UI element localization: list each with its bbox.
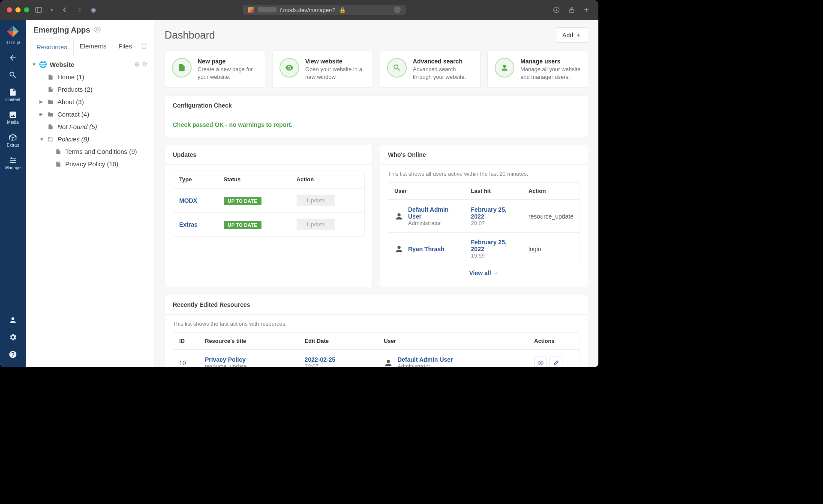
reader-icon[interactable]: ⋯: [394, 6, 401, 13]
tab-resources[interactable]: Resources: [30, 39, 74, 55]
edit-icon[interactable]: [550, 357, 562, 367]
plus-icon: ＋: [576, 31, 582, 39]
tree-node[interactable]: ▶About (3): [27, 96, 152, 108]
browser-chrome: ▾ ◉ f.modx.dev/manager/? 🔒 ⋯ +: [0, 0, 598, 20]
quick-card[interactable]: Advanced searchAdvanced search through y…: [380, 51, 481, 88]
caret-down-icon[interactable]: ▼: [32, 62, 36, 67]
tree-node[interactable]: Products (2): [27, 83, 152, 96]
minimize-window-button[interactable]: [15, 7, 21, 12]
search-icon: [387, 58, 407, 78]
recent-user-role: Administrator: [397, 363, 453, 367]
add-button[interactable]: Add＋: [556, 27, 588, 43]
rail-media[interactable]: Media: [0, 106, 26, 129]
update-button[interactable]: Update: [297, 195, 335, 206]
close-window-button[interactable]: [7, 7, 12, 12]
back-icon[interactable]: [59, 5, 70, 15]
update-type-link[interactable]: MODX: [179, 197, 197, 204]
tab-files[interactable]: Files: [112, 38, 138, 55]
doc-icon: [55, 149, 62, 155]
tree-root[interactable]: ▼ 🌐 Website ⊕⟳: [27, 58, 152, 71]
add-icon[interactable]: ⊕: [134, 60, 140, 68]
quick-cards: New pageCreate a new page for your websi…: [165, 51, 588, 88]
tree-node[interactable]: ▼Policies (8): [27, 133, 152, 145]
shield-icon[interactable]: ◉: [88, 5, 99, 15]
svg-marker-6: [13, 31, 19, 37]
refresh-icon[interactable]: ⟳: [142, 60, 148, 68]
maximize-window-button[interactable]: [24, 7, 29, 12]
recent-user-link[interactable]: Default Admin User: [397, 356, 453, 363]
last-hit-date: February 25, 2022: [471, 206, 517, 220]
sidebar-toggle-icon[interactable]: [33, 5, 45, 15]
rail-manage[interactable]: Manage: [0, 152, 26, 174]
tree-node[interactable]: Privacy Policy (10): [27, 158, 152, 170]
view-all-link[interactable]: View all →: [388, 265, 580, 278]
online-col-user: User: [388, 183, 465, 200]
quick-card[interactable]: View websiteOpen your website in a new w…: [272, 51, 373, 88]
tree-node[interactable]: Home (1): [27, 71, 152, 83]
new-tab-icon[interactable]: +: [581, 3, 592, 17]
recent-col-user: User: [378, 333, 528, 350]
user-icon: [495, 58, 514, 78]
folder-icon: [47, 99, 54, 105]
eye-icon[interactable]: [93, 26, 101, 35]
resource-title-link[interactable]: Privacy Policy: [205, 356, 246, 363]
rail-user[interactable]: [0, 312, 26, 329]
rail-search[interactable]: [0, 66, 26, 84]
caret-icon[interactable]: ▼: [39, 137, 44, 142]
update-button[interactable]: Update: [297, 219, 335, 230]
chevron-down-icon[interactable]: ▾: [48, 6, 56, 15]
card-desc: Advanced search through your website.: [413, 66, 473, 81]
caret-icon[interactable]: ▶: [39, 111, 44, 117]
site-title: Emerging Apps: [33, 26, 90, 35]
svg-point-10: [14, 159, 15, 161]
tree-node[interactable]: Not Found (5): [27, 120, 152, 133]
quick-card[interactable]: Manage usersManage all your website and …: [487, 51, 588, 88]
file-icon: [172, 58, 192, 78]
edit-time: 20:07: [305, 363, 372, 367]
folder-icon: [47, 111, 54, 117]
view-icon[interactable]: [534, 357, 547, 367]
online-action: login: [523, 232, 580, 265]
rail-settings[interactable]: [0, 329, 26, 346]
quick-card[interactable]: New pageCreate a new page for your websi…: [165, 51, 265, 88]
user-name-link[interactable]: Ryan Thrash: [408, 246, 445, 252]
whos-online-panel: Who's Online This list shows all users a…: [380, 145, 588, 287]
download-icon[interactable]: [550, 5, 562, 15]
card-desc: Create a new page for your website.: [198, 66, 258, 81]
svg-rect-0: [36, 7, 42, 12]
eye-icon: [279, 58, 299, 78]
modx-logo[interactable]: [6, 24, 20, 39]
recent-id: 10: [173, 350, 199, 367]
updates-col-action: Action: [291, 171, 364, 188]
tree-node-label: Contact (4): [57, 111, 89, 118]
whos-online-title: Who's Online: [380, 145, 588, 165]
forward-icon[interactable]: [74, 5, 85, 15]
updates-col-type: Type: [173, 171, 218, 188]
tree-root-label: Website: [50, 61, 74, 68]
caret-icon[interactable]: ▶: [39, 99, 44, 105]
trash-icon[interactable]: [138, 40, 150, 53]
tree-node[interactable]: Terms and Conditions (9): [27, 145, 152, 158]
rail-back[interactable]: [0, 49, 26, 66]
card-desc: Manage all your website and manager user…: [520, 66, 581, 81]
online-col-lasthit: Last hit: [465, 183, 523, 200]
rail-content[interactable]: Content: [0, 84, 26, 106]
folder-open-icon: [47, 136, 54, 142]
edit-date: 2022-02-25: [305, 356, 372, 363]
card-title: Manage users: [520, 58, 581, 65]
add-button-label: Add: [562, 32, 573, 39]
tree-tabs: Resources Elements Files: [26, 38, 154, 55]
tree-node-label: Not Found (5): [57, 123, 97, 130]
user-name-link[interactable]: Default Admin User: [408, 206, 459, 220]
share-icon[interactable]: [566, 5, 578, 15]
rail-extras[interactable]: Extras: [0, 129, 26, 152]
svg-point-12: [96, 29, 99, 31]
resource-tree: ▼ 🌐 Website ⊕⟳ Home (1)Products (2)▶Abou…: [26, 55, 154, 367]
tab-elements[interactable]: Elements: [74, 38, 113, 55]
url-bar[interactable]: f.modx.dev/manager/? 🔒 ⋯: [243, 5, 406, 15]
recent-title: Recently Edited Resources: [165, 295, 588, 315]
update-type-link[interactable]: Extras: [179, 221, 198, 228]
tree-node[interactable]: ▶Contact (4): [27, 108, 152, 120]
rail-help[interactable]: [0, 346, 26, 363]
recent-table: ID Resource's title Edit Date User Actio…: [173, 332, 580, 367]
